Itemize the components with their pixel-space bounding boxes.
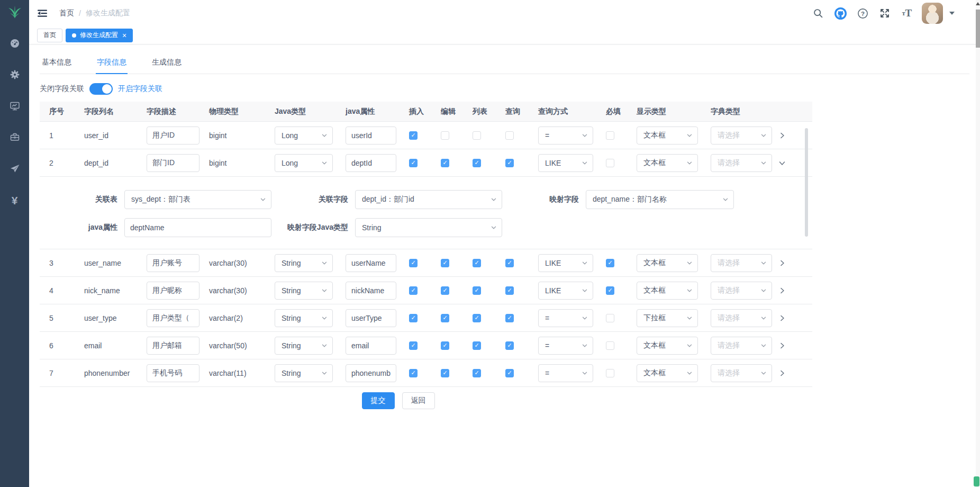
tab-field-info[interactable]: 字段信息: [96, 53, 128, 74]
insert-checkbox[interactable]: [409, 259, 418, 267]
list-checkbox[interactable]: [473, 341, 481, 350]
relation-toggle-switch[interactable]: [89, 83, 113, 95]
tag-home[interactable]: 首页: [37, 29, 62, 42]
column-desc-input[interactable]: [147, 282, 199, 300]
dict-type-select[interactable]: 请选择: [711, 127, 772, 145]
query-mode-select[interactable]: LIKE: [538, 282, 593, 300]
column-desc-input[interactable]: [147, 364, 199, 382]
chevron-down-icon[interactable]: [949, 12, 955, 15]
edit-checkbox[interactable]: [441, 159, 449, 167]
github-icon[interactable]: [834, 7, 847, 20]
tab-gen-info[interactable]: 生成信息: [151, 53, 183, 74]
java-type-select[interactable]: Long: [275, 154, 333, 172]
insert-checkbox[interactable]: [409, 131, 418, 140]
required-checkbox[interactable]: [606, 159, 614, 167]
query-mode-select[interactable]: =: [538, 127, 593, 145]
column-desc-input[interactable]: [147, 254, 199, 272]
display-type-select[interactable]: 文本框: [637, 364, 698, 382]
expand-row-icon[interactable]: [778, 159, 786, 167]
relation-field-select[interactable]: dept_id：部门id: [355, 190, 502, 209]
sidebar-item-job[interactable]: [0, 154, 29, 185]
list-checkbox[interactable]: [473, 131, 481, 140]
sidebar-item-tools[interactable]: [0, 122, 29, 154]
display-type-select[interactable]: 文本框: [637, 154, 698, 172]
java-attr-input[interactable]: [346, 337, 396, 355]
query-checkbox[interactable]: [505, 131, 514, 140]
expand-row-icon[interactable]: [778, 132, 786, 139]
expand-row-icon[interactable]: [778, 287, 786, 294]
display-type-select[interactable]: 文本框: [637, 127, 698, 145]
edit-checkbox[interactable]: [441, 131, 449, 140]
exp-java-attr-input[interactable]: [124, 218, 271, 237]
user-avatar[interactable]: [922, 3, 943, 24]
java-type-select[interactable]: Long: [275, 127, 333, 145]
edit-checkbox[interactable]: [441, 369, 449, 377]
table-scrollbar[interactable]: [805, 124, 808, 341]
java-attr-input[interactable]: [346, 364, 396, 382]
help-icon[interactable]: ?: [856, 7, 869, 20]
display-type-select[interactable]: 下拉框: [637, 309, 698, 327]
required-checkbox[interactable]: [606, 286, 614, 295]
close-icon[interactable]: ×: [122, 32, 126, 39]
relation-table-select[interactable]: sys_dept：部门表: [124, 190, 271, 209]
mapping-field-select[interactable]: dept_name：部门名称: [586, 190, 734, 209]
edit-checkbox[interactable]: [441, 259, 449, 267]
back-button[interactable]: 返回: [402, 392, 435, 409]
tag-current[interactable]: 修改生成配置 ×: [66, 29, 133, 42]
query-mode-select[interactable]: =: [538, 309, 593, 327]
page-scrollbar-thumb[interactable]: [976, 10, 980, 48]
insert-checkbox[interactable]: [409, 286, 418, 295]
sidebar-item-system[interactable]: [0, 60, 29, 91]
dict-type-select[interactable]: 请选择: [711, 337, 772, 355]
sidebar-fold-icon[interactable]: [37, 7, 49, 19]
dict-type-select[interactable]: 请选择: [711, 154, 772, 172]
list-checkbox[interactable]: [473, 314, 481, 322]
query-checkbox[interactable]: [505, 341, 514, 350]
query-mode-select[interactable]: =: [538, 337, 593, 355]
insert-checkbox[interactable]: [409, 369, 418, 377]
fullscreen-icon[interactable]: [878, 7, 891, 20]
dict-type-select[interactable]: 请选择: [711, 254, 772, 272]
list-checkbox[interactable]: [473, 159, 481, 167]
expand-row-icon[interactable]: [778, 342, 786, 349]
required-checkbox[interactable]: [606, 131, 614, 140]
font-size-icon[interactable]: тT: [901, 7, 913, 20]
column-desc-input[interactable]: [147, 127, 199, 145]
required-checkbox[interactable]: [606, 314, 614, 322]
list-checkbox[interactable]: [473, 369, 481, 377]
submit-button[interactable]: 提交: [362, 392, 395, 409]
query-mode-select[interactable]: =: [538, 364, 593, 382]
search-icon[interactable]: [812, 7, 824, 20]
column-desc-input[interactable]: [147, 337, 199, 355]
scrollbar-up-arrow-icon[interactable]: [976, 2, 980, 5]
breadcrumb-home[interactable]: 首页: [59, 8, 74, 18]
mapping-java-type-select[interactable]: String: [355, 218, 502, 237]
expand-row-icon[interactable]: [778, 314, 786, 322]
display-type-select[interactable]: 文本框: [637, 337, 698, 355]
list-checkbox[interactable]: [473, 286, 481, 295]
dict-type-select[interactable]: 请选择: [711, 282, 772, 300]
java-type-select[interactable]: String: [275, 254, 333, 272]
java-attr-input[interactable]: [346, 309, 396, 327]
sidebar-item-monitor[interactable]: [0, 91, 29, 122]
query-mode-select[interactable]: LIKE: [538, 254, 593, 272]
java-attr-input[interactable]: [346, 154, 396, 172]
column-desc-input[interactable]: [147, 309, 199, 327]
relation-toggle-right-label[interactable]: 开启字段关联: [118, 84, 162, 94]
java-attr-input[interactable]: [346, 254, 396, 272]
query-checkbox[interactable]: [505, 314, 514, 322]
table-scrollbar-thumb[interactable]: [805, 128, 808, 237]
java-attr-input[interactable]: [346, 127, 396, 145]
sidebar-item-dashboard[interactable]: [0, 29, 29, 60]
query-checkbox[interactable]: [505, 369, 514, 377]
display-type-select[interactable]: 文本框: [637, 254, 698, 272]
dict-type-select[interactable]: 请选择: [711, 309, 772, 327]
edit-checkbox[interactable]: [441, 314, 449, 322]
required-checkbox[interactable]: [606, 259, 614, 267]
expand-row-icon[interactable]: [778, 369, 786, 377]
sidebar-item-pay[interactable]: ¥: [0, 185, 29, 216]
dict-type-select[interactable]: 请选择: [711, 364, 772, 382]
java-type-select[interactable]: String: [275, 364, 333, 382]
query-checkbox[interactable]: [505, 259, 514, 267]
edit-checkbox[interactable]: [441, 341, 449, 350]
